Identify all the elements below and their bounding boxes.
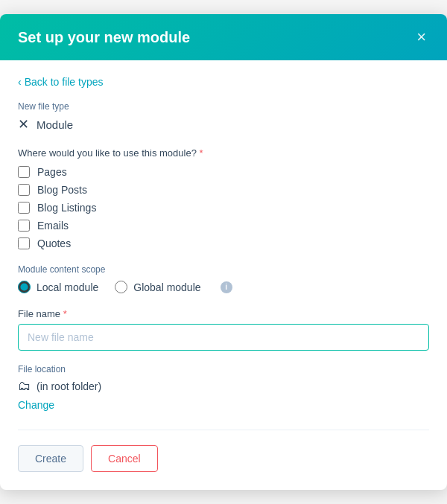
checkbox-emails-label: Emails xyxy=(37,220,69,232)
radio-local-label: Local module xyxy=(37,281,98,293)
back-link-text: Back to file types xyxy=(25,76,104,88)
modal-header: Set up your new module × xyxy=(0,14,447,60)
file-name-label: File name * xyxy=(18,308,429,319)
checkbox-quotes-input[interactable] xyxy=(18,237,30,249)
radio-global-input[interactable] xyxy=(115,281,127,293)
module-icon: ✕ xyxy=(18,116,29,133)
footer-divider xyxy=(18,430,429,430)
radio-global-label: Global module xyxy=(133,281,200,293)
checkbox-pages-label: Pages xyxy=(37,166,67,178)
checkbox-pages-input[interactable] xyxy=(18,166,30,178)
back-to-file-types-link[interactable]: ‹ Back to file types xyxy=(18,76,104,88)
checkbox-blog-posts[interactable]: Blog Posts xyxy=(18,184,429,196)
file-name-required-star: * xyxy=(63,308,67,319)
checkbox-emails[interactable]: Emails xyxy=(18,220,429,232)
location-text: (in root folder) xyxy=(37,380,101,392)
scope-radio-group: Local module Global module i xyxy=(18,281,429,293)
checkbox-blog-posts-input[interactable] xyxy=(18,184,30,196)
radio-global-module[interactable]: Global module xyxy=(115,281,200,293)
modal-footer: Create Cancel xyxy=(18,442,429,472)
scope-info-icon[interactable]: i xyxy=(221,281,232,293)
required-star: * xyxy=(200,147,203,159)
checkbox-blog-posts-label: Blog Posts xyxy=(37,184,87,196)
file-location-label: File location xyxy=(18,364,429,374)
setup-module-modal: Set up your new module × ‹ Back to file … xyxy=(0,14,447,490)
folder-icon: 🗂 xyxy=(18,379,31,394)
checkbox-pages[interactable]: Pages xyxy=(18,166,429,178)
new-file-type-label: New file type xyxy=(18,101,429,112)
scope-label: Module content scope xyxy=(18,264,429,275)
modal-body: ‹ Back to file types New file type ✕ Mod… xyxy=(0,60,447,490)
checkbox-quotes-label: Quotes xyxy=(37,237,71,249)
back-chevron-icon: ‹ xyxy=(18,76,22,88)
usage-checkbox-group: Pages Blog Posts Blog Listings Emails Qu… xyxy=(18,166,429,249)
content-scope-section: Module content scope Local module Global… xyxy=(18,264,429,293)
checkbox-blog-listings-label: Blog Listings xyxy=(37,202,96,214)
file-location-section: File location 🗂 (in root folder) Change xyxy=(18,364,429,412)
radio-local-input[interactable] xyxy=(18,281,31,293)
checkbox-blog-listings[interactable]: Blog Listings xyxy=(18,202,429,214)
usage-question-label: Where would you like to use this module?… xyxy=(18,147,429,159)
modal-title: Set up your new module xyxy=(18,29,190,46)
file-name-input[interactable] xyxy=(18,324,429,351)
close-button[interactable]: × xyxy=(413,28,429,47)
file-type-row: ✕ Module xyxy=(18,116,429,133)
file-name-section: File name * xyxy=(18,308,429,351)
radio-local-module[interactable]: Local module xyxy=(18,281,98,293)
checkbox-emails-input[interactable] xyxy=(18,220,30,232)
file-type-name: Module xyxy=(37,118,73,131)
change-location-link[interactable]: Change xyxy=(18,399,54,411)
checkbox-blog-listings-input[interactable] xyxy=(18,202,30,214)
create-button[interactable]: Create xyxy=(18,445,83,472)
location-row: 🗂 (in root folder) xyxy=(18,379,429,394)
checkbox-quotes[interactable]: Quotes xyxy=(18,237,429,249)
cancel-button[interactable]: Cancel xyxy=(91,445,158,472)
